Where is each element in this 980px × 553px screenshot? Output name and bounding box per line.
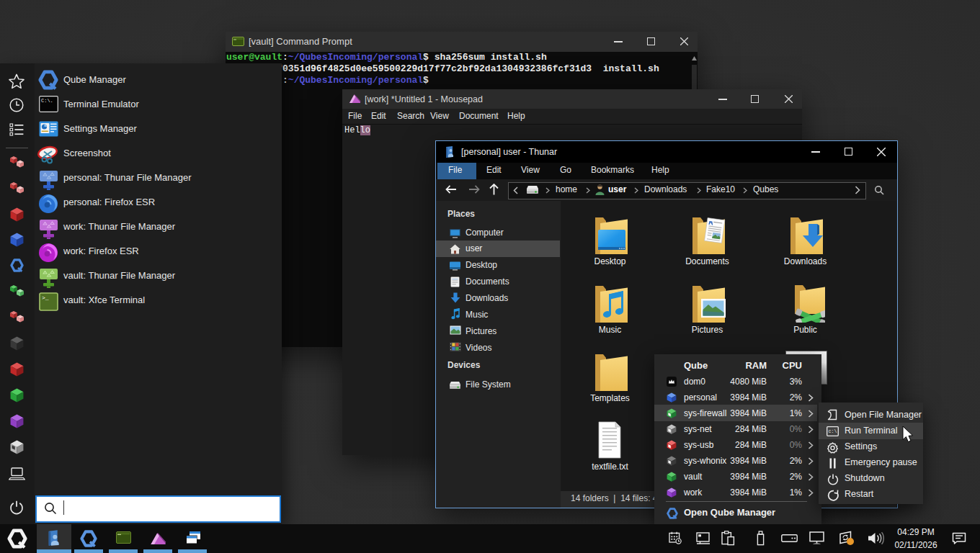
svg-text:>_: >_ — [42, 295, 49, 301]
svg-text:c:\: c:\ — [829, 429, 837, 434]
svg-text:C:\.: C:\. — [41, 98, 53, 104]
